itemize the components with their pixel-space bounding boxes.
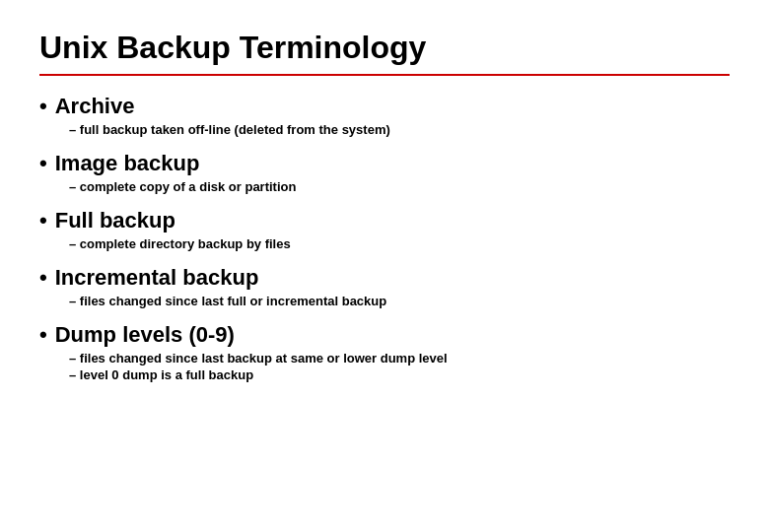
term-heading-text: Dump levels (0-9) bbox=[55, 322, 235, 348]
bullet-icon: • bbox=[39, 96, 47, 117]
term-item: •Dump levels (0-9)– files changed since … bbox=[39, 322, 730, 382]
term-heading: •Full backup bbox=[39, 208, 730, 233]
term-heading: •Dump levels (0-9) bbox=[39, 322, 730, 348]
term-description: – full backup taken off-line (deleted fr… bbox=[39, 122, 730, 137]
bullet-icon: • bbox=[39, 210, 47, 232]
slide: Unix Backup Terminology •Archive– full b… bbox=[0, 0, 769, 532]
term-description: – files changed since last backup at sam… bbox=[39, 351, 730, 366]
term-heading: •Image backup bbox=[39, 151, 730, 176]
term-description: – complete directory backup by files bbox=[39, 236, 730, 251]
term-item: •Archive– full backup taken off-line (de… bbox=[39, 94, 730, 137]
term-heading: •Archive bbox=[39, 94, 730, 119]
term-description: – complete copy of a disk or partition bbox=[39, 179, 730, 194]
term-item: •Full backup– complete directory backup … bbox=[39, 208, 730, 251]
title-divider bbox=[39, 74, 730, 76]
term-heading: •Incremental backup bbox=[39, 265, 730, 291]
bullet-icon: • bbox=[39, 324, 47, 346]
term-description: – files changed since last full or incre… bbox=[39, 294, 730, 308]
slide-title: Unix Backup Terminology bbox=[39, 30, 730, 66]
term-list: •Archive– full backup taken off-line (de… bbox=[39, 94, 730, 382]
term-heading-text: Full backup bbox=[55, 208, 175, 233]
term-item: •Image backup– complete copy of a disk o… bbox=[39, 151, 730, 194]
term-heading-text: Incremental backup bbox=[55, 265, 259, 291]
term-description: – level 0 dump is a full backup bbox=[39, 367, 730, 382]
term-heading-text: Image backup bbox=[55, 151, 200, 176]
term-item: •Incremental backup– files changed since… bbox=[39, 265, 730, 308]
term-heading-text: Archive bbox=[55, 94, 135, 119]
bullet-icon: • bbox=[39, 267, 47, 289]
bullet-icon: • bbox=[39, 153, 47, 174]
